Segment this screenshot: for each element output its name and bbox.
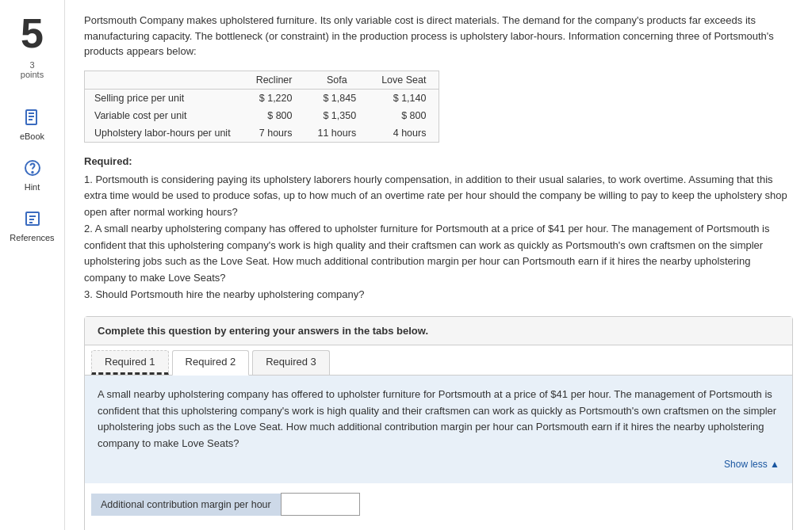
question-body: Portsmouth Company makes upholstered fur… — [84, 13, 793, 59]
contribution-margin-input[interactable] — [281, 493, 360, 516]
hint-label: Hint — [25, 182, 40, 192]
references-icon — [21, 208, 44, 230]
tab2-text: A small nearby upholstering company has … — [98, 388, 776, 449]
sidebar: 5 3 points eBook Hint — [0, 0, 65, 530]
sidebar-item-ebook[interactable]: eBook — [0, 98, 64, 149]
tab-required-1[interactable]: Required 1 — [91, 350, 169, 375]
input-label: Additional contribution margin per hour — [91, 494, 281, 516]
col-loveseat: Love Seat — [369, 71, 439, 89]
tab-required-3[interactable]: Required 3 — [252, 350, 330, 375]
sidebar-item-hint[interactable]: Hint — [0, 149, 64, 200]
input-row: Additional contribution margin per hour — [85, 493, 792, 516]
table-row: Upholstery labor-hours per unit 7 hours … — [85, 124, 439, 143]
table-row: Variable cost per unit $ 800 $ 1,350 $ 8… — [85, 107, 439, 124]
table-row: Selling price per unit $ 1,220 $ 1,845 $… — [85, 89, 439, 107]
hint-icon — [21, 157, 44, 179]
required-text: 1. Portsmouth is considering paying its … — [84, 172, 793, 303]
tab-required-2[interactable]: Required 2 — [172, 350, 250, 376]
question-number: 5 — [21, 13, 44, 54]
ebook-label: eBook — [20, 132, 44, 141]
nav-buttons: < Required 1 Required 3 > — [85, 525, 792, 530]
sidebar-item-references[interactable]: References — [0, 200, 64, 250]
points-label: 3 points — [21, 60, 44, 79]
book-icon — [21, 106, 44, 128]
references-label: References — [10, 233, 54, 242]
tabs-row: Required 1 Required 2 Required 3 — [85, 345, 792, 376]
complete-header: Complete this question by entering your … — [85, 317, 792, 345]
tab2-content-area: A small nearby upholstering company has … — [85, 376, 792, 483]
col-recliner: Recliner — [243, 71, 305, 89]
show-less-button[interactable]: Show less ▲ — [98, 452, 779, 472]
col-sofa: Sofa — [304, 71, 369, 89]
complete-box: Complete this question by entering your … — [84, 316, 793, 530]
main-content: Portsmouth Company makes upholstered fur… — [65, 0, 812, 530]
product-table: Recliner Sofa Love Seat Selling price pe… — [84, 71, 439, 143]
svg-point-2 — [32, 172, 33, 173]
required-header: Required: — [84, 155, 793, 167]
